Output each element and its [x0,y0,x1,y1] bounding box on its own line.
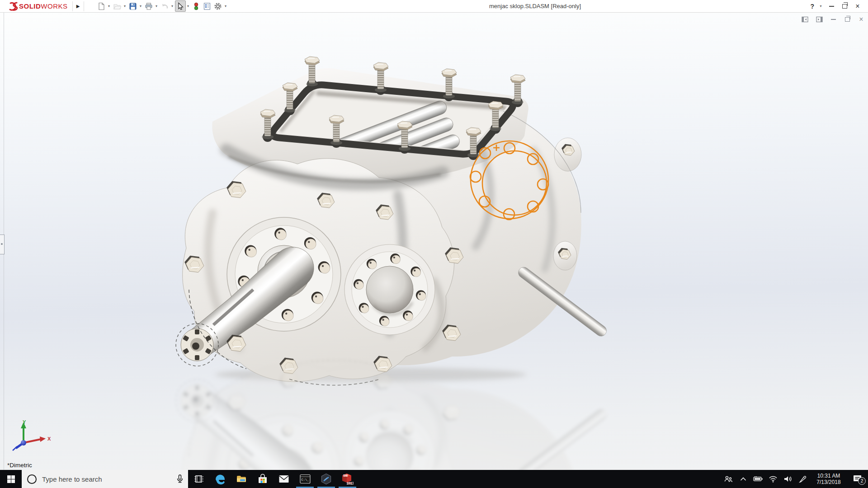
start-button[interactable] [0,470,22,488]
pen-tray-icon[interactable] [795,470,810,488]
minimize-icon [829,6,834,7]
new-document-icon [97,2,105,10]
action-center-button[interactable]: 2 [847,470,868,488]
select-icon [176,2,184,10]
doc-close-button[interactable]: × [857,16,865,23]
document-window-controls: × [801,16,865,23]
dock-pane-left-icon[interactable] [801,16,809,23]
window-controls: ? ▾ × [809,0,868,12]
rebuild-button[interactable] [191,0,202,12]
graphics-area[interactable]: × Y X *Dimetric [0,13,868,470]
microsoft-edge-icon [214,473,226,485]
title-bar: SOLIDWORKS ▶ ▾▾▾▾▾▾▾ menjac sklop.SLDASM… [0,0,868,13]
microsoft-store-icon [258,474,268,484]
svg-text:SW: SW [343,474,348,477]
task-view-taskbar-button[interactable] [188,470,209,488]
cortana-icon [27,474,37,484]
restore-button[interactable] [840,2,849,11]
doc-minimize-button[interactable] [829,16,837,23]
help-caret-icon[interactable]: ▾ [818,4,823,8]
taskbar-search[interactable] [22,470,188,488]
solidworks-2017-taskbar-button[interactable]: SW2017 [337,470,358,488]
save-icon [129,2,137,10]
options-icon [214,2,222,10]
file-properties-icon [203,2,211,10]
quick-toolbar: ▾▾▾▾▾▾▾ [96,0,228,12]
menu-flyout-arrow-icon[interactable]: ▶ [72,1,84,11]
taskbar-apps: C:\_SW2017 [188,470,358,488]
rebuild-icon [192,2,200,10]
help-icon[interactable]: ? [809,3,815,10]
print-caret-icon[interactable]: ▾ [154,4,159,8]
command-prompt-icon: C:\_ [300,474,311,484]
volume-tray-icon[interactable] [780,470,795,488]
system-tray: 10:31 AM 7/13/2018 2 [721,470,868,488]
clock-date: 7/13/2018 [812,479,845,485]
svg-text:2017: 2017 [347,481,354,485]
solidworks-2017-icon: SW2017 [341,473,354,485]
notification-badge: 2 [858,477,866,485]
mail-taskbar-button[interactable] [273,470,294,488]
close-button[interactable]: × [853,2,863,11]
solidworks-logo-mark [5,1,18,12]
wifi-tray-icon[interactable] [765,470,780,488]
battery-tray-icon[interactable] [750,470,765,488]
gearbox-assembly-model[interactable] [0,13,868,470]
undo-button[interactable] [159,0,170,12]
microsoft-edge-taskbar-button[interactable] [209,470,231,488]
tray-icons [721,470,810,488]
undo-icon [160,2,169,10]
minimize-button[interactable] [826,2,836,11]
new-document-caret-icon[interactable]: ▾ [107,4,112,8]
view-orientation-label: *Dimetric [7,462,32,469]
print-button[interactable] [143,0,154,12]
undo-caret-icon[interactable]: ▾ [170,4,175,8]
task-view-icon [194,474,204,484]
select-button[interactable] [175,0,186,12]
solidworks-logo: SOLIDWORKS [0,1,68,12]
file-explorer-icon [236,474,247,484]
output-flange[interactable] [344,244,435,335]
gearbox-housing[interactable] [176,56,609,385]
file-explorer-taskbar-button[interactable] [231,470,252,488]
doc-restore-button[interactable] [843,16,851,23]
document-title: menjac sklop.SLDASM [Read-only] [489,0,581,12]
open-caret-icon[interactable]: ▾ [123,4,127,8]
print-icon [145,2,153,10]
clock-time: 10:31 AM [812,473,845,479]
dock-pane-right-icon[interactable] [815,16,823,23]
solidworks-window: SOLIDWORKS ▶ ▾▾▾▾▾▾▾ menjac sklop.SLDASM… [0,0,868,488]
open-icon [113,2,121,10]
file-properties-button[interactable] [202,0,212,12]
select-caret-icon[interactable]: ▾ [186,4,191,8]
hexagon-3d-app-icon [321,473,332,485]
command-prompt-taskbar-button[interactable]: C:\_ [294,470,316,488]
hexagon-3d-app-taskbar-button[interactable] [316,470,337,488]
save-caret-icon[interactable]: ▾ [138,4,143,8]
close-icon: × [855,3,859,10]
y-axis-label: Y [23,419,26,425]
microphone-icon[interactable] [176,474,184,483]
restore-icon [842,4,847,9]
svg-text:C:\_: C:\_ [301,478,309,482]
open-button[interactable] [112,0,123,12]
mail-icon [278,474,289,483]
chevron-up-tray-icon[interactable] [736,470,750,488]
taskbar-clock[interactable]: 10:31 AM 7/13/2018 [810,473,847,485]
search-input[interactable] [41,475,172,483]
windows-logo-icon [7,475,15,483]
brand-text: SOLIDWORKS [19,2,68,10]
people-tray-icon[interactable] [721,470,736,488]
options-caret-icon[interactable]: ▾ [223,4,228,8]
new-document-button[interactable] [96,0,107,12]
orientation-triad: Y X [5,419,55,452]
windows-taskbar: C:\_SW2017 10:31 AM 7/13/2018 2 [0,470,868,488]
save-button[interactable] [127,0,138,12]
options-button[interactable] [212,0,223,12]
microsoft-store-taskbar-button[interactable] [252,470,273,488]
x-axis-label: X [47,436,51,441]
